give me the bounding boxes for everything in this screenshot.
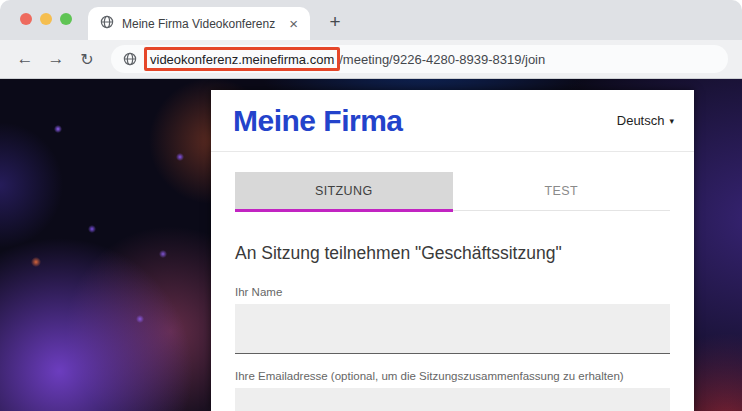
page-background: Meine Firma Deutsch ▾ SITZUNG TEST An Si…	[0, 79, 742, 411]
email-input[interactable]	[235, 388, 670, 411]
reload-icon[interactable]: ↻	[76, 50, 98, 69]
forward-icon[interactable]: →	[45, 49, 67, 69]
url-path: /meeting/9226-4280-8939-8319/join	[339, 52, 545, 67]
address-bar[interactable]: videokonferenz.meinefirma.com/meeting/92…	[111, 45, 728, 73]
browser-window: Meine Firma Videokonferenz × + ← → ↻ vid…	[0, 0, 742, 411]
tab-title: Meine Firma Videokonferenz	[122, 17, 279, 31]
browser-tab[interactable]: Meine Firma Videokonferenz ×	[88, 7, 310, 40]
tab-strip: Meine Firma Videokonferenz × +	[0, 0, 742, 40]
globe-favicon-icon	[100, 15, 114, 33]
meeting-tabs: SITZUNG TEST	[235, 172, 670, 211]
card-header: Meine Firma Deutsch ▾	[211, 90, 694, 152]
minimize-window-button[interactable]	[40, 13, 52, 25]
traffic-lights	[20, 13, 72, 25]
chevron-down-icon: ▾	[669, 116, 674, 126]
tab-test[interactable]: TEST	[453, 172, 671, 210]
name-input[interactable]	[235, 304, 670, 354]
language-selector[interactable]: Deutsch ▾	[617, 113, 674, 128]
url-domain-highlight-box: videokonferenz.meinefirma.com	[144, 47, 340, 71]
name-field-label: Ihr Name	[235, 286, 670, 298]
new-tab-button[interactable]: +	[320, 7, 350, 37]
company-logo: Meine Firma	[233, 104, 403, 138]
tab-close-icon[interactable]: ×	[287, 16, 300, 31]
language-label: Deutsch	[617, 113, 665, 128]
site-info-globe-icon	[123, 52, 137, 66]
back-icon[interactable]: ←	[14, 49, 36, 69]
tab-sitzung[interactable]: SITZUNG	[235, 172, 453, 210]
url-domain: videokonferenz.meinefirma.com	[150, 52, 334, 67]
close-window-button[interactable]	[20, 13, 32, 25]
join-meeting-card: Meine Firma Deutsch ▾ SITZUNG TEST An Si…	[211, 90, 694, 411]
maximize-window-button[interactable]	[60, 13, 72, 25]
page-title: An Sitzung teilnehmen "Geschäftssitzung"	[235, 243, 670, 264]
browser-toolbar: ← → ↻ videokonferenz.meinefirma.com/meet…	[0, 40, 742, 79]
email-field-label: Ihre Emailadresse (optional, um die Sitz…	[235, 370, 670, 382]
